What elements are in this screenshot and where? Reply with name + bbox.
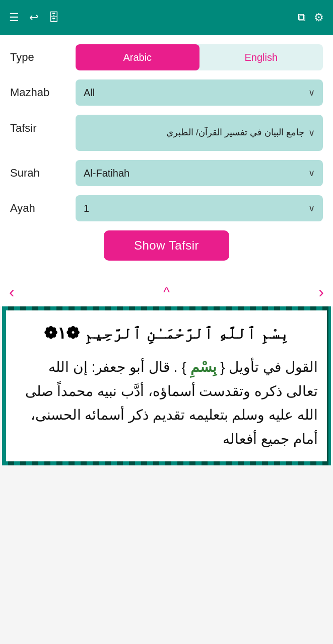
- ayah-row: Ayah 1 ∨: [10, 195, 323, 221]
- type-toggle[interactable]: Arabic English: [76, 44, 323, 70]
- tafsir-content-outer: بِسْمِ ٱللَّهِ ٱلرَّحْمَـٰنِ ٱلرَّحِيمِ …: [2, 306, 331, 465]
- type-row: Type Arabic English: [10, 44, 323, 70]
- mazhab-row: Mazhab All ∨: [10, 79, 323, 106]
- arabic-toggle-button[interactable]: Arabic: [76, 44, 199, 70]
- show-tafsir-button[interactable]: Show Tafsir: [104, 230, 229, 261]
- mazhab-dropdown[interactable]: All ∨: [76, 79, 323, 106]
- ayah-chevron-icon: ∨: [308, 203, 315, 214]
- settings-icon[interactable]: ⚙: [314, 11, 324, 24]
- english-toggle-button[interactable]: English: [199, 44, 323, 70]
- main-content: Type Arabic English Mazhab All ∨ Tafsir …: [0, 35, 333, 279]
- ayah-dropdown[interactable]: 1 ∨: [76, 195, 323, 221]
- database-icon[interactable]: 🗄: [48, 11, 59, 24]
- surah-value: Al-Fatihah: [84, 168, 304, 179]
- ayah-label: Ayah: [10, 202, 76, 215]
- surah-chevron-icon: ∨: [308, 168, 315, 179]
- header-left-icons: ☰ ↩ 🗄: [9, 11, 59, 24]
- tafsir-content-inner: بِسْمِ ٱللَّهِ ٱلرَّحْمَـٰنِ ٱلرَّحِيمِ …: [6, 310, 327, 461]
- show-button-row: Show Tafsir: [10, 230, 323, 261]
- copy-icon[interactable]: ⧉: [298, 11, 306, 24]
- tafsir-value: جامع البيان في تفسير القرآن/ الطبري: [84, 126, 304, 139]
- tafsir-row: Tafsir جامع البيان في تفسير القرآن/ الطب…: [10, 115, 323, 151]
- next-arrow-icon[interactable]: ›: [318, 283, 324, 301]
- navigation-row: ‹ ^ ›: [0, 279, 333, 306]
- back-icon[interactable]: ↩: [29, 11, 38, 24]
- tafsir-chevron-icon: ∨: [308, 127, 315, 138]
- header-right-icons: ⧉ ⚙: [298, 11, 324, 24]
- highlighted-word: بِسْمِ: [190, 359, 217, 375]
- up-arrow-icon[interactable]: ^: [163, 284, 170, 300]
- tafsir-arabic-text: القول في تأويل { بِسْمِ } . قال أبو جعفر…: [15, 355, 318, 451]
- type-label: Type: [10, 51, 76, 64]
- app-header: ☰ ↩ 🗄 ⧉ ⚙: [0, 0, 333, 35]
- menu-icon[interactable]: ☰: [9, 11, 19, 24]
- prev-arrow-icon[interactable]: ‹: [9, 283, 15, 301]
- bismillah-text: بِسْمِ ٱللَّهِ ٱلرَّحْمَـٰنِ ٱلرَّحِيمِ …: [15, 320, 318, 346]
- surah-row: Surah Al-Fatihah ∨: [10, 160, 323, 186]
- ayah-value: 1: [84, 203, 304, 214]
- tafsir-label: Tafsir: [10, 115, 76, 135]
- mazhab-chevron-icon: ∨: [308, 87, 315, 98]
- mazhab-value: All: [84, 87, 304, 99]
- surah-dropdown[interactable]: Al-Fatihah ∨: [76, 160, 323, 186]
- mazhab-label: Mazhab: [10, 86, 76, 99]
- surah-label: Surah: [10, 167, 76, 180]
- tafsir-dropdown[interactable]: جامع البيان في تفسير القرآن/ الطبري ∨: [76, 115, 323, 151]
